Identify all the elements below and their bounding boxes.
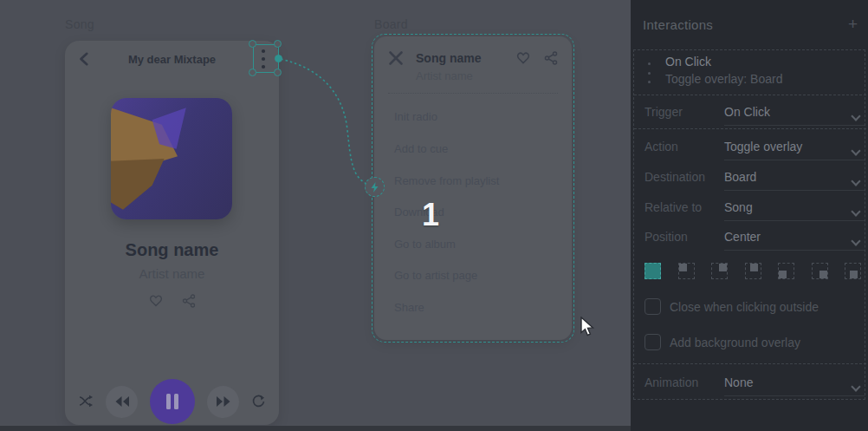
background-overlay-label: Add background overlay <box>670 336 800 349</box>
shuffle-icon[interactable] <box>78 394 94 409</box>
design-canvas[interactable]: Song My dear Mixtape Song name Artist na… <box>0 0 631 431</box>
chevron-down-icon <box>851 176 860 186</box>
selection-handle[interactable] <box>249 40 256 48</box>
menu-item-remove-from-playlist[interactable]: Remove from playlist <box>394 174 499 187</box>
wire-target-node[interactable] <box>365 177 385 197</box>
chevron-down-icon <box>851 206 860 216</box>
share-icon[interactable] <box>544 51 558 65</box>
destination-label: Destination <box>645 170 705 184</box>
album-art <box>111 98 232 219</box>
playlist-title: My dear Mixtape <box>65 53 279 66</box>
position-options <box>645 263 861 279</box>
position-option-bottom-left-icon[interactable] <box>778 263 794 279</box>
position-option-bottom-center-icon[interactable] <box>845 263 861 279</box>
trigger-label: Trigger <box>645 105 683 119</box>
interaction-card[interactable]: On Click Toggle overlay: Board Trigger O… <box>633 49 865 400</box>
board-artist-name: Artist name <box>416 69 473 82</box>
heart-icon[interactable] <box>516 51 530 65</box>
background-overlay-option: Add background overlay <box>645 334 861 351</box>
position-option-center-icon[interactable] <box>645 263 661 279</box>
animation-row: Animation None <box>634 371 866 395</box>
position-option-top-center-icon[interactable] <box>745 263 761 279</box>
heart-icon[interactable] <box>149 294 163 308</box>
artist-name: Artist name <box>65 266 279 281</box>
repeat-icon[interactable] <box>251 394 266 409</box>
forward-button[interactable] <box>207 386 239 418</box>
divider <box>634 95 866 95</box>
animation-select[interactable]: None <box>724 375 865 396</box>
app-window: Song My dear Mixtape Song name Artist na… <box>0 0 868 431</box>
lightning-icon <box>371 182 379 193</box>
menu-item-go-to-album[interactable]: Go to album <box>394 238 456 251</box>
position-row: Position Center <box>634 225 866 250</box>
song-title: Song name <box>65 240 279 260</box>
chevron-down-icon <box>851 111 860 121</box>
wire-origin-handle[interactable] <box>275 55 282 62</box>
background-overlay-checkbox[interactable] <box>645 334 661 350</box>
board-frame[interactable]: Song name Artist name Init radio Add to … <box>374 36 572 340</box>
add-interaction-button[interactable]: + <box>848 15 858 34</box>
board-song-title: Song name <box>416 51 481 65</box>
divider <box>634 363 866 364</box>
rewind-icon <box>114 395 130 408</box>
action-row: Action Toggle overlay <box>634 135 866 160</box>
action-label: Action <box>645 140 678 153</box>
menu-item-go-to-artist-page[interactable]: Go to artist page <box>394 269 477 282</box>
destination-select[interactable]: Board <box>724 170 865 191</box>
pause-icon <box>165 393 180 410</box>
position-select[interactable]: Center <box>724 230 865 251</box>
action-select[interactable]: Toggle overlay <box>724 140 865 160</box>
interaction-event-title: On Click <box>665 55 711 69</box>
menu-item-add-to-cue[interactable]: Add to cue <box>394 142 448 155</box>
overlay-count-badge: 1 <box>422 197 439 233</box>
menu-divider <box>388 93 558 94</box>
relative-to-row: Relative to Song <box>634 196 866 220</box>
chevron-down-icon <box>851 382 860 391</box>
panel-title: Interactions <box>643 17 713 32</box>
share-icon[interactable] <box>182 294 196 308</box>
position-label: Position <box>645 230 688 244</box>
divider <box>634 128 866 129</box>
pause-button[interactable] <box>150 379 195 424</box>
relative-to-label: Relative to <box>645 200 702 214</box>
drag-handle-icon[interactable] <box>648 62 651 83</box>
chevron-down-icon <box>851 146 860 155</box>
interactions-panel: Interactions + On Click Toggle overlay: … <box>631 0 868 431</box>
trigger-row: Trigger On Click <box>634 101 866 125</box>
mouse-cursor <box>580 317 595 337</box>
board-frame-label[interactable]: Board <box>374 17 408 31</box>
destination-row: Destination Board <box>634 166 866 190</box>
fast-forward-icon <box>216 395 231 408</box>
kebab-menu-icon[interactable] <box>260 49 267 69</box>
menu-item-init-radio[interactable]: Init radio <box>394 110 437 123</box>
relative-to-select[interactable]: Song <box>724 200 865 221</box>
selection-handle[interactable] <box>274 40 282 48</box>
position-option-top-right-icon[interactable] <box>711 263 728 279</box>
song-frame[interactable]: My dear Mixtape Song name Artist name <box>65 41 279 425</box>
animation-label: Animation <box>645 375 698 389</box>
song-frame-label[interactable]: Song <box>65 17 94 31</box>
menu-item-share[interactable]: Share <box>394 301 424 314</box>
close-icon[interactable] <box>388 50 404 66</box>
close-outside-option: Close when clicking outside <box>645 298 861 316</box>
close-outside-label: Close when clicking outside <box>670 300 819 314</box>
canvas-bottom-bar <box>0 426 631 431</box>
chevron-down-icon <box>851 236 860 245</box>
interaction-event-summary: Toggle overlay: Board <box>665 72 782 86</box>
player-controls <box>65 379 279 424</box>
position-option-bottom-right-icon[interactable] <box>812 263 828 279</box>
trigger-select[interactable]: On Click <box>724 105 865 126</box>
position-option-top-left-icon[interactable] <box>678 263 695 279</box>
close-outside-checkbox[interactable] <box>645 298 661 315</box>
selection-handle[interactable] <box>249 69 256 76</box>
selection-handle[interactable] <box>274 69 282 76</box>
rewind-button[interactable] <box>106 386 138 418</box>
